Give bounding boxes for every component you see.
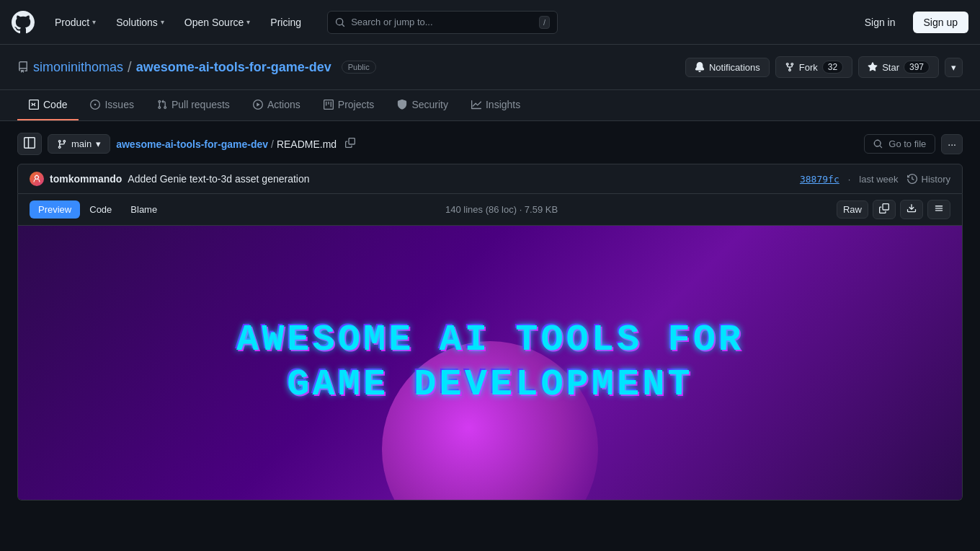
repo-header: simoninithomas / awesome-ai-tools-for-ga…: [0, 45, 980, 90]
tab-projects[interactable]: Projects: [312, 90, 386, 120]
commit-info: tomkommando Added Genie text-to-3d asset…: [30, 172, 310, 186]
banner-text: AWESOME AI TOOLS FOR GAME DEVELOPMENT: [236, 318, 744, 408]
repo-tabs: Code Issues Pull requests Actions Projec…: [0, 90, 980, 121]
user-icon: [32, 175, 41, 183]
notifications-button[interactable]: Notifications: [685, 58, 770, 77]
fork-icon: [785, 62, 795, 72]
branch-icon: [57, 139, 67, 149]
search-icon: [873, 139, 883, 149]
breadcrumb-sep: /: [271, 138, 274, 150]
repo-owner-link[interactable]: simoninithomas: [33, 60, 123, 75]
history-button[interactable]: History: [907, 174, 950, 185]
search-bar[interactable]: Search or jump to... /: [327, 11, 558, 34]
copy-path-button[interactable]: [342, 135, 358, 153]
sidebar-toggle-button[interactable]: [17, 133, 42, 155]
navbar-right: Sign in Sign up: [856, 12, 968, 33]
history-icon: [907, 174, 917, 184]
breadcrumb-path: awesome-ai-tools-for-game-dev / README.m…: [116, 138, 337, 150]
readme-content: AWESOME AI TOOLS FOR GAME DEVELOPMENT: [17, 226, 963, 501]
commit-row: tomkommando Added Genie text-to-3d asset…: [17, 164, 963, 194]
tab-security[interactable]: Security: [386, 90, 460, 120]
file-viewer: main ▾ awesome-ai-tools-for-game-dev / R…: [0, 121, 980, 512]
banner-title-line2: GAME DEVELOPMENT: [236, 363, 744, 407]
copy-icon: [345, 138, 355, 148]
blame-tab[interactable]: Blame: [121, 200, 166, 219]
navbar: Product ▾ Solutions ▾ Open Source ▾ Pric…: [0, 0, 980, 45]
repo-visibility-badge: Public: [342, 61, 376, 74]
tab-pull-requests[interactable]: Pull requests: [146, 90, 241, 120]
raw-button[interactable]: Raw: [837, 200, 868, 219]
repo-name-link[interactable]: awesome-ai-tools-for-game-dev: [136, 60, 331, 75]
star-dropdown-button[interactable]: ▾: [945, 58, 963, 77]
avatar: [30, 172, 44, 186]
code-icon: [29, 100, 39, 110]
list-icon: [934, 203, 944, 213]
insights-icon: [471, 100, 481, 110]
branch-selector[interactable]: main ▾: [48, 134, 110, 154]
nav-links: Product ▾ Solutions ▾ Open Source ▾ Pric…: [46, 11, 310, 34]
breadcrumb: simoninithomas / awesome-ai-tools-for-ga…: [17, 59, 376, 76]
commit-meta: 38879fc · last week History: [800, 174, 950, 185]
code-tab[interactable]: Code: [80, 200, 121, 219]
nav-product[interactable]: Product ▾: [46, 11, 104, 34]
issues-icon: [90, 100, 100, 110]
search-icon: [335, 17, 345, 27]
preview-tab[interactable]: Preview: [30, 200, 80, 219]
chevron-down-icon: ▾: [161, 18, 164, 26]
nav-solutions[interactable]: Solutions ▾: [107, 11, 173, 34]
fork-button[interactable]: Fork 32: [775, 56, 852, 78]
bell-icon: [695, 62, 705, 72]
file-toolbar: Preview Code Blame 140 lines (86 loc) · …: [17, 194, 963, 226]
copy-icon: [879, 203, 889, 213]
star-icon: [868, 62, 878, 72]
tab-insights[interactable]: Insights: [460, 90, 532, 120]
tab-actions[interactable]: Actions: [241, 90, 312, 120]
tab-code[interactable]: Code: [17, 90, 79, 120]
security-icon: [397, 100, 407, 110]
copy-raw-button[interactable]: [873, 200, 896, 219]
panel-icon: [24, 137, 35, 149]
repo-actions: Notifications Fork 32 Star 397 ▾: [685, 56, 963, 78]
chevron-down-icon: ▾: [92, 18, 96, 26]
chevron-down-icon: ▾: [96, 138, 101, 149]
nav-open-source[interactable]: Open Source ▾: [176, 11, 259, 34]
list-view-button[interactable]: [927, 200, 950, 219]
readme-banner: AWESOME AI TOOLS FOR GAME DEVELOPMENT: [18, 226, 962, 500]
signup-button[interactable]: Sign up: [913, 12, 968, 33]
file-actions: Raw: [837, 200, 950, 219]
download-icon: [906, 203, 917, 213]
goto-file-search[interactable]: Go to file: [864, 134, 935, 154]
banner-title-line1: AWESOME AI TOOLS FOR: [236, 318, 744, 363]
more-options-button[interactable]: ···: [941, 134, 963, 154]
signin-button[interactable]: Sign in: [856, 12, 904, 32]
projects-icon: [324, 100, 334, 110]
download-button[interactable]: [900, 200, 923, 219]
github-logo-icon[interactable]: [12, 11, 35, 34]
breadcrumb-filename: README.md: [277, 138, 337, 150]
actions-icon: [253, 100, 263, 110]
repo-icon: [17, 61, 29, 73]
nav-pricing[interactable]: Pricing: [262, 11, 310, 34]
commit-message: Added Genie text-to-3d asset generation: [128, 173, 309, 185]
tab-issues[interactable]: Issues: [79, 90, 145, 120]
commit-sha[interactable]: 38879fc: [800, 174, 839, 185]
file-tabs: Preview Code Blame: [30, 200, 166, 219]
file-nav-bar: main ▾ awesome-ai-tools-for-game-dev / R…: [17, 133, 963, 155]
commit-time: ·: [848, 174, 851, 185]
commit-author[interactable]: tomkommando: [50, 173, 122, 185]
pull-request-icon: [157, 100, 167, 110]
breadcrumb-separator: /: [128, 59, 132, 76]
breadcrumb-repo-link[interactable]: awesome-ai-tools-for-game-dev: [116, 138, 268, 150]
commit-time: last week: [859, 174, 898, 185]
star-button[interactable]: Star 397: [858, 56, 939, 78]
file-info: 140 lines (86 loc) · 7.59 KB: [445, 204, 558, 215]
chevron-down-icon: ▾: [246, 18, 250, 26]
